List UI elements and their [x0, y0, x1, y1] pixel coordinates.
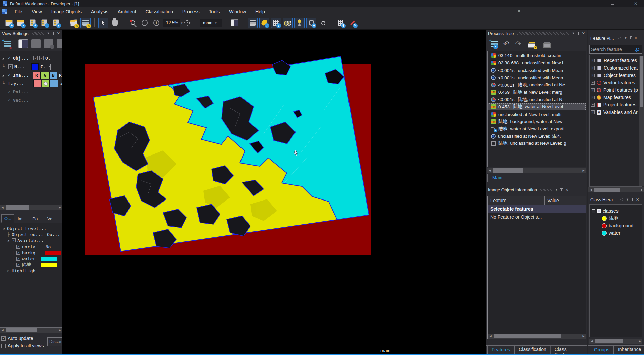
horizontal-scrollbar[interactable]: ◀▶ — [588, 187, 644, 192]
process-item[interactable]: unclassified at New Level: 陆地 — [488, 133, 586, 140]
manage-aliases-button[interactable]: ✱ — [336, 18, 346, 28]
zoom-select-button[interactable] — [128, 18, 138, 28]
pin-icon[interactable] — [631, 197, 634, 202]
checkbox[interactable]: ✓ — [1, 336, 6, 341]
class-item-background[interactable]: background — [590, 222, 642, 229]
menu-analysis[interactable]: Analysis — [87, 8, 112, 15]
feature-group-point[interactable]: +Point features (p — [590, 86, 642, 94]
load-ruleset-button[interactable]: s — [69, 18, 79, 28]
tree-row-object-level[interactable]: ◢ Object Level... — [0, 225, 62, 231]
checkbox[interactable]: ✓ — [39, 56, 44, 60]
tree-row-navigation[interactable]: └ ✓ N... C. — [0, 62, 62, 71]
checkbox[interactable]: ✓ — [33, 56, 38, 60]
process-item[interactable]: 02:38.688unclassified at New L — [488, 59, 586, 67]
discard-button[interactable]: Discard — [47, 337, 62, 346]
save-process-button[interactable]: ▪ — [489, 39, 498, 49]
checkbox[interactable]: ✓ — [8, 64, 13, 69]
menu-image-objects[interactable]: Image Objects — [47, 8, 86, 15]
vertical-scrollbar[interactable] — [639, 56, 644, 186]
tab-image-layers[interactable]: Im... — [15, 215, 29, 223]
search-input[interactable] — [591, 47, 636, 52]
process-item-selected[interactable]: 0.453陆地, water at New Level — [488, 103, 586, 111]
process-item[interactable]: 陆地, water at New Level: export — [488, 125, 586, 133]
feature-group-vector[interactable]: +Vector features — [590, 79, 642, 86]
process-item[interactable]: <0.001s陆地, unclassified at N — [488, 96, 586, 103]
tree-row-layer[interactable]: └ Lay... au — [0, 79, 62, 88]
tree-row-land-class[interactable]: └ ✓ 陆地 — [0, 262, 62, 268]
tree-row-objects[interactable]: ◢ ✓ Obj... ✓ ✓ O. — [0, 54, 62, 62]
checkbox[interactable]: ✓ — [7, 98, 11, 102]
tab-classification[interactable]: Classification — [515, 346, 550, 354]
pin-icon[interactable] — [560, 188, 563, 192]
process-item[interactable]: 陆地, unclassified at New Level: g — [488, 140, 586, 147]
close-icon[interactable]: ✕ — [582, 31, 585, 36]
tree-row-vector[interactable]: ✓ Vec... — [0, 96, 62, 104]
horizontal-scrollbar[interactable]: ◀▶ — [0, 205, 62, 210]
expand-icon[interactable]: + — [591, 103, 595, 107]
pan-tool-button[interactable] — [110, 18, 120, 28]
split-view-button[interactable] — [230, 18, 240, 28]
checkbox[interactable]: ✓ — [12, 238, 16, 242]
open-project-button[interactable]: ▸ — [51, 18, 61, 28]
menu-process[interactable]: Process — [178, 8, 204, 15]
child-close-icon[interactable]: ✕ — [517, 9, 521, 13]
cursor-tool-button[interactable] — [98, 18, 108, 28]
horizontal-scrollbar[interactable]: ◀▶ — [589, 339, 642, 344]
delete-levels-button[interactable] — [542, 39, 552, 49]
classes-root[interactable]: − classes — [590, 207, 642, 215]
process-item[interactable]: 陆地, background, water at New — [488, 118, 586, 125]
chevron-down-icon[interactable]: ▼ — [47, 32, 50, 35]
layout-single-button[interactable] — [18, 39, 28, 48]
process-item[interactable]: <0.001sunclassified with Mean — [488, 67, 586, 74]
feature-view-button[interactable]: i — [271, 18, 281, 28]
checkbox[interactable] — [1, 344, 6, 348]
menu-architect[interactable]: Architect — [114, 8, 140, 15]
map-select-combo[interactable]: main ▾ — [200, 19, 222, 27]
close-icon[interactable]: ✕ — [634, 36, 637, 40]
menu-file[interactable]: File — [11, 8, 26, 15]
layout-two-button[interactable] — [31, 39, 41, 48]
tab-point-clouds[interactable]: Po... — [30, 215, 44, 223]
feature-group-object[interactable]: +Object features — [590, 72, 642, 79]
expand-icon[interactable]: + — [591, 74, 595, 77]
color-swatch-blue[interactable] — [31, 63, 39, 70]
tab-main[interactable]: Main — [487, 174, 507, 182]
edit-thematic-button[interactable]: ✎ — [347, 18, 358, 28]
checkbox[interactable]: ✓ — [7, 56, 11, 60]
collapse-icon[interactable]: − — [592, 209, 595, 213]
map-tab-label[interactable]: main — [380, 348, 390, 353]
menu-help[interactable]: Help — [251, 8, 269, 15]
pixel-view-button[interactable] — [294, 18, 305, 28]
horizontal-scrollbar[interactable]: ◀▶ — [487, 168, 586, 173]
process-item[interactable]: <0.001sunclassified with Mean — [488, 74, 586, 81]
tab-features[interactable]: Features — [487, 346, 515, 354]
zoom-out-button[interactable]: − — [140, 18, 150, 28]
show-classification-button[interactable] — [283, 18, 293, 28]
import-project-button[interactable]: ↓ — [39, 18, 49, 28]
new-workspace-button[interactable]: + — [4, 18, 14, 28]
feature-search-box[interactable] — [589, 45, 642, 54]
tree-row-image-data[interactable]: ◢ ✓ Ima... R G B Ra — [0, 71, 62, 79]
pin-icon[interactable] — [52, 31, 55, 35]
checkbox[interactable]: ✓ — [16, 251, 20, 255]
menu-tools[interactable]: Tools — [205, 8, 224, 15]
feature-group-recent[interactable]: +Recent features — [590, 57, 642, 64]
feature-group-customized[interactable]: +Customized feat — [590, 64, 642, 72]
pin-icon[interactable] — [629, 36, 632, 40]
close-icon[interactable]: ✕ — [565, 188, 568, 192]
add-view-setting-button[interactable] — [2, 39, 11, 48]
green-channel-box[interactable]: G — [41, 72, 49, 79]
save-workspace-button[interactable]: ▪ — [16, 18, 26, 28]
pin-icon[interactable] — [577, 31, 580, 35]
chevron-down-icon[interactable]: ▼ — [626, 198, 629, 201]
run-processes-button[interactable]: ▲ — [527, 39, 537, 49]
tab-geometry[interactable]: Ge... — [59, 215, 62, 223]
layer-green-box[interactable] — [42, 80, 50, 87]
layer-red-box[interactable] — [33, 80, 41, 87]
process-item[interactable]: 03.140multi-threshold: creatin — [488, 52, 586, 59]
expand-icon[interactable]: + — [591, 59, 595, 62]
class-item-land[interactable]: 陆地 — [590, 215, 642, 222]
column-header-feature[interactable]: Feature — [488, 196, 545, 205]
restore-button[interactable] — [623, 2, 626, 5]
menu-view[interactable]: View — [28, 8, 46, 15]
